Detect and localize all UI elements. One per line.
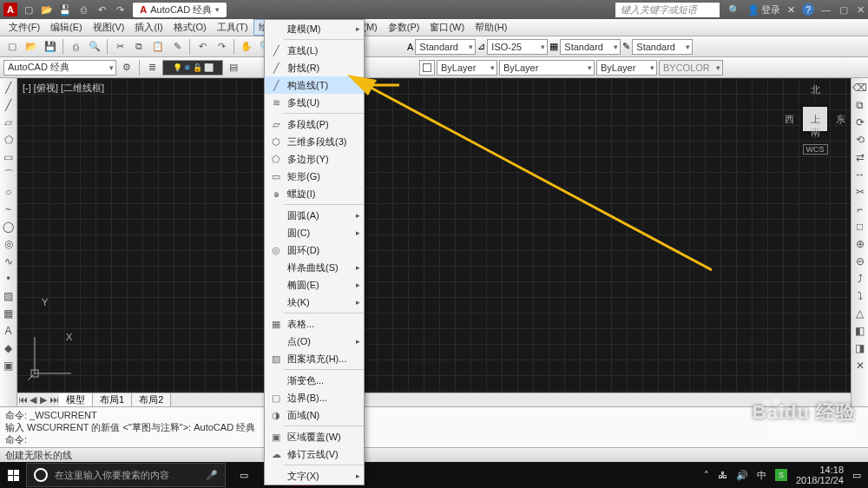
- undo-icon[interactable]: ↶: [194, 38, 211, 56]
- tray-notif-icon[interactable]: ▭: [852, 470, 861, 481]
- draw-menu-item-13[interactable]: 圆弧(A): [265, 207, 364, 224]
- lineweight-combo[interactable]: ByLayer: [596, 60, 657, 76]
- modify-tool-13[interactable]: △: [852, 306, 868, 321]
- help-icon[interactable]: ?: [802, 3, 814, 16]
- taskview-icon[interactable]: ▭: [233, 464, 255, 486]
- draw-tool-0[interactable]: ╱: [1, 80, 16, 96]
- draw-tool-9[interactable]: ◎: [1, 236, 16, 252]
- drawing-canvas[interactable]: [-] [俯视] [二维线框] 北 南 西 东 上 WCS Y X ⏮◀▶⏭ 模…: [17, 78, 851, 406]
- menu-10[interactable]: 窗口(W): [424, 19, 470, 36]
- draw-menu-item-22[interactable]: ▨图案填充(H)...: [265, 350, 364, 367]
- menu-4[interactable]: 格式(O): [168, 19, 212, 36]
- draw-tool-15[interactable]: ◆: [1, 340, 16, 356]
- mic-icon[interactable]: 🎤: [206, 470, 218, 481]
- draw-tool-14[interactable]: A: [1, 323, 16, 339]
- draw-menu-item-16[interactable]: 样条曲线(S): [265, 259, 364, 276]
- draw-menu-item-8[interactable]: ⬡三维多段线(3): [265, 133, 364, 150]
- modify-tool-5[interactable]: ↔: [852, 167, 868, 182]
- close-button[interactable]: ✕: [857, 4, 865, 16]
- modify-tool-12[interactable]: ⤵: [852, 288, 868, 304]
- open-icon[interactable]: 📂: [23, 38, 40, 56]
- draw-menu-item-21[interactable]: 点(O): [265, 333, 364, 350]
- menu-9[interactable]: 参数(P): [383, 19, 425, 36]
- modify-tool-10[interactable]: ⊖: [852, 254, 868, 269]
- tab-first-icon[interactable]: ⏮: [17, 394, 28, 406]
- draw-menu-item-0[interactable]: 建模(M): [265, 20, 364, 37]
- draw-tool-11[interactable]: •: [1, 271, 16, 287]
- draw-tool-4[interactable]: ▭: [1, 149, 16, 165]
- modify-tool-0[interactable]: ⌫: [852, 80, 868, 96]
- draw-menu-item-31[interactable]: 文字(X): [265, 467, 364, 485]
- linetype-combo[interactable]: ByLayer: [499, 60, 595, 76]
- draw-menu-item-24[interactable]: 渐变色...: [265, 372, 364, 389]
- signin-icon[interactable]: 🔍: [728, 4, 740, 16]
- save-icon[interactable]: 💾: [42, 38, 59, 56]
- text-style-combo[interactable]: Standard: [415, 39, 476, 55]
- modify-tool-14[interactable]: ◧: [852, 323, 868, 339]
- qat-print-icon[interactable]: ⎙: [76, 2, 91, 17]
- tray-up-icon[interactable]: ˄: [704, 470, 709, 481]
- modify-tool-3[interactable]: ⟲: [852, 132, 868, 148]
- menu-2[interactable]: 视图(V): [88, 19, 130, 36]
- layer-state[interactable]: 💡❄🔓⬜: [162, 60, 223, 76]
- draw-menu-item-4[interactable]: ╱构造线(T): [265, 76, 364, 94]
- qat-undo-icon[interactable]: ↶: [94, 2, 109, 17]
- tab-layout2[interactable]: 布局2: [132, 393, 171, 406]
- draw-menu-item-25[interactable]: ▢边界(B)...: [265, 389, 364, 406]
- qat-save-icon[interactable]: 💾: [57, 2, 73, 17]
- menu-11[interactable]: 帮助(H): [470, 19, 512, 36]
- modify-tool-1[interactable]: ⧉: [852, 97, 868, 113]
- draw-tool-6[interactable]: ○: [1, 184, 16, 200]
- copy-icon[interactable]: ⧉: [130, 38, 148, 56]
- preview-icon[interactable]: 🔍: [86, 38, 103, 56]
- tab-model[interactable]: 模型: [59, 393, 93, 406]
- tray-net-icon[interactable]: 🖧: [718, 470, 727, 480]
- menu-1[interactable]: 编辑(E): [45, 19, 88, 36]
- paste-icon[interactable]: 📋: [149, 38, 167, 56]
- menu-3[interactable]: 插入(I): [129, 19, 168, 36]
- layer-props-icon[interactable]: ▤: [225, 59, 242, 76]
- taskbar-search[interactable]: 在这里输入你要搜索的内容 🎤: [26, 463, 226, 487]
- tray-vol-icon[interactable]: 🔊: [736, 470, 748, 481]
- exchange-icon[interactable]: ✕: [787, 4, 795, 16]
- qat-redo-icon[interactable]: ↷: [112, 2, 128, 17]
- modify-tool-6[interactable]: ✂: [852, 184, 868, 200]
- modify-tool-2[interactable]: ⟳: [852, 115, 868, 130]
- draw-menu-item-18[interactable]: 块(K): [265, 293, 364, 311]
- draw-menu-item-9[interactable]: ⬠多边形(Y): [265, 150, 364, 168]
- tray-clock[interactable]: 14:182018/12/24: [796, 465, 844, 485]
- wcs-label[interactable]: WCS: [803, 144, 828, 155]
- modify-tool-4[interactable]: ⇄: [852, 149, 868, 165]
- tab-next-icon[interactable]: ▶: [38, 394, 49, 406]
- mleader-style-combo[interactable]: Standard: [632, 39, 693, 55]
- draw-tool-1[interactable]: ╱: [1, 97, 16, 113]
- draw-tool-12[interactable]: ▨: [1, 288, 16, 304]
- pan-icon[interactable]: ✋: [238, 38, 255, 56]
- draw-menu-item-14[interactable]: 圆(C): [265, 224, 364, 241]
- workspace-combo[interactable]: AutoCAD 经典: [3, 60, 116, 76]
- modify-tool-9[interactable]: ⊕: [852, 236, 868, 252]
- tray-app-icon[interactable]: S: [775, 469, 787, 481]
- layer-manager-icon[interactable]: ≣: [143, 59, 161, 76]
- draw-tool-16[interactable]: ▣: [1, 358, 16, 373]
- qat-open-icon[interactable]: 📂: [39, 2, 55, 17]
- tab-prev-icon[interactable]: ◀: [28, 394, 38, 406]
- draw-tool-13[interactable]: ▦: [1, 306, 16, 321]
- dropdown-icon[interactable]: ▾: [215, 5, 220, 14]
- draw-menu-item-7[interactable]: ⏥多段线(P): [265, 115, 364, 133]
- modify-tool-11[interactable]: ⤴: [852, 271, 868, 287]
- ws-settings-icon[interactable]: ⚙: [118, 59, 135, 76]
- draw-menu-item-26[interactable]: ◑面域(N): [265, 406, 364, 424]
- color-swatch[interactable]: [419, 60, 435, 76]
- login-button[interactable]: 👤 登录: [747, 3, 780, 16]
- redo-icon[interactable]: ↷: [213, 38, 230, 56]
- draw-menu-item-20[interactable]: ▦表格...: [265, 315, 364, 333]
- draw-menu-item-15[interactable]: ◎圆环(D): [265, 241, 364, 259]
- command-line[interactable]: 命令: _WSCURRENT 输入 WSCURRENT 的新值 <"草图与注释"…: [0, 406, 868, 448]
- draw-tool-8[interactable]: ◯: [1, 219, 16, 234]
- draw-menu-item-29[interactable]: ☁修订云线(V): [265, 445, 364, 463]
- maximize-button[interactable]: ▢: [839, 4, 848, 16]
- dim-style-combo[interactable]: ISO-25: [487, 39, 548, 55]
- modify-tool-8[interactable]: □: [852, 219, 868, 234]
- table-style-combo[interactable]: Standard: [560, 39, 621, 55]
